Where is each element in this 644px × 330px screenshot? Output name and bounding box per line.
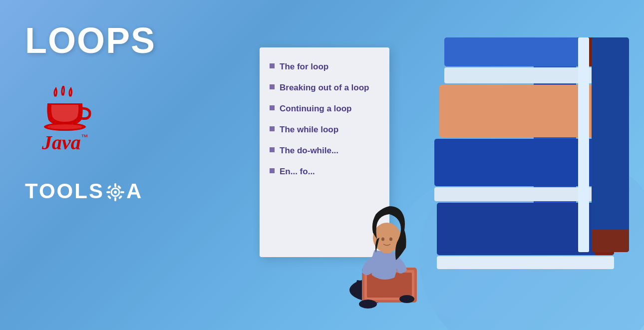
- svg-point-18: [381, 238, 384, 241]
- list-item: The while loop: [270, 124, 379, 135]
- bullet-6: [270, 168, 275, 173]
- svg-point-20: [359, 300, 377, 309]
- java-text-label: Java ™: [42, 131, 88, 154]
- svg-rect-5: [114, 197, 116, 201]
- book-tall-right: [592, 37, 629, 252]
- svg-rect-8: [107, 185, 111, 189]
- list-item: Continuing a loop: [270, 103, 379, 114]
- svg-point-1: [47, 124, 82, 129]
- bullet-3: [270, 105, 275, 110]
- toolsqa-logo: TOOLS A: [25, 179, 205, 203]
- main-background: LOOPS Java ™: [0, 0, 644, 330]
- svg-rect-6: [106, 191, 110, 193]
- left-panel: LOOPS Java ™: [0, 0, 230, 330]
- svg-rect-11: [107, 195, 111, 199]
- svg-point-19: [389, 238, 392, 241]
- bullet-2: [270, 84, 275, 89]
- bullet-5: [270, 147, 275, 152]
- svg-rect-7: [120, 191, 124, 193]
- svg-point-21: [399, 295, 414, 303]
- right-panel: The for loop Breaking out of a loop Cont…: [230, 0, 644, 330]
- svg-rect-4: [114, 183, 116, 187]
- list-item: Breaking out of a loop: [270, 82, 379, 93]
- java-cup-icon: [37, 86, 92, 131]
- person-illustration: [337, 170, 452, 315]
- page-title: LOOPS: [25, 20, 205, 61]
- bullet-4: [270, 126, 275, 131]
- svg-point-3: [114, 191, 117, 194]
- list-item: The do-while...: [270, 145, 379, 156]
- book-bottom-strip: [437, 256, 614, 269]
- content-list: The for loop Breaking out of a loop Cont…: [270, 61, 379, 178]
- list-item: The for loop: [270, 61, 379, 72]
- toolsqa-part2: A: [126, 179, 143, 203]
- bullet-1: [270, 63, 275, 68]
- book-thin-white: [578, 37, 589, 252]
- gear-icon: [105, 182, 126, 203]
- java-logo: Java ™: [25, 86, 105, 154]
- svg-rect-9: [118, 195, 122, 199]
- toolsqa-part1: TOOLS: [25, 179, 104, 203]
